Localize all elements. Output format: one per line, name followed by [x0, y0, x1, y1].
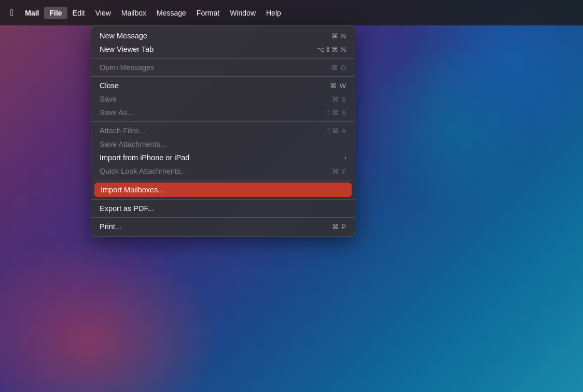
menubar-item-format[interactable]: Format — [191, 7, 225, 19]
menubar-item-mail[interactable]: Mail — [20, 7, 44, 19]
menu-item-save[interactable]: Save ⌘ S — [91, 92, 355, 106]
separator-3 — [91, 121, 355, 122]
file-dropdown-menu: New Message ⌘ N New Viewer Tab ⌥⇧⌘ N Ope… — [91, 25, 355, 237]
menu-item-print[interactable]: Print... ⌘ P — [91, 220, 355, 233]
separator-2 — [91, 76, 355, 77]
menu-item-open-messages[interactable]: Open Messages ⌘ O — [91, 61, 355, 74]
menubar-item-file[interactable]: File — [44, 7, 67, 19]
menubar-item-message[interactable]: Message — [151, 7, 191, 19]
menu-item-export-pdf[interactable]: Export as PDF... — [91, 202, 355, 215]
menu-item-import-iphone-ipad[interactable]: Import from iPhone or iPad › — [91, 151, 355, 164]
menubar-item-help[interactable]: Help — [261, 7, 286, 19]
menu-item-new-message[interactable]: New Message ⌘ N — [91, 29, 355, 43]
apple-menu-item[interactable]:  — [4, 6, 20, 20]
separator-5 — [91, 199, 355, 200]
menu-item-attach-files[interactable]: Attach Files... ⇧⌘ A — [91, 124, 355, 137]
menubar-item-mailbox[interactable]: Mailbox — [116, 7, 151, 19]
menubar-item-window[interactable]: Window — [225, 7, 261, 19]
menu-item-save-as[interactable]: Save As... ⇧⌘ S — [91, 106, 355, 119]
menu-item-new-viewer-tab[interactable]: New Viewer Tab ⌥⇧⌘ N — [91, 43, 355, 56]
separator-4 — [91, 180, 355, 180]
menu-item-quick-look-attachments[interactable]: Quick Look Attachments... ⌘ Y — [91, 164, 355, 178]
menu-bar:  Mail File Edit View Mailbox Message Fo… — [0, 0, 583, 25]
menu-item-close[interactable]: Close ⌘ W — [91, 79, 355, 92]
menu-item-import-mailboxes[interactable]: Import Mailboxes... — [94, 183, 352, 197]
menu-item-save-attachments[interactable]: Save Attachments... — [91, 137, 355, 151]
separator-6 — [91, 217, 355, 218]
separator-1 — [91, 58, 355, 59]
menubar-item-view[interactable]: View — [90, 7, 116, 19]
submenu-arrow-icon: › — [344, 154, 346, 161]
menubar-item-edit[interactable]: Edit — [67, 7, 90, 19]
